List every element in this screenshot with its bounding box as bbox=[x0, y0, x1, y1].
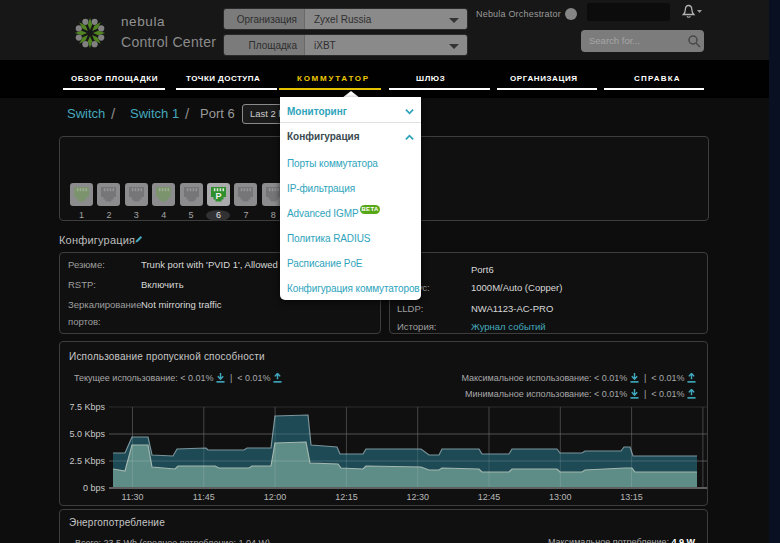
svg-text:12:15: 12:15 bbox=[335, 492, 358, 502]
svg-text:12:45: 12:45 bbox=[478, 492, 501, 502]
svg-text:11:45: 11:45 bbox=[193, 492, 215, 502]
svg-text:12:00: 12:00 bbox=[264, 492, 287, 502]
svg-text:P: P bbox=[215, 191, 221, 201]
svg-text:11:30: 11:30 bbox=[122, 492, 144, 502]
svg-text:13:15: 13:15 bbox=[620, 492, 643, 502]
svg-text:0 bps: 0 bps bbox=[83, 483, 106, 493]
svg-text:2.5 Kbps: 2.5 Kbps bbox=[69, 456, 105, 466]
svg-text:13:00: 13:00 bbox=[549, 492, 572, 502]
svg-text:7.5 Kbps: 7.5 Kbps bbox=[69, 402, 105, 412]
svg-text:5.0 Kbps: 5.0 Kbps bbox=[69, 429, 105, 439]
svg-text:12:30: 12:30 bbox=[406, 492, 429, 502]
